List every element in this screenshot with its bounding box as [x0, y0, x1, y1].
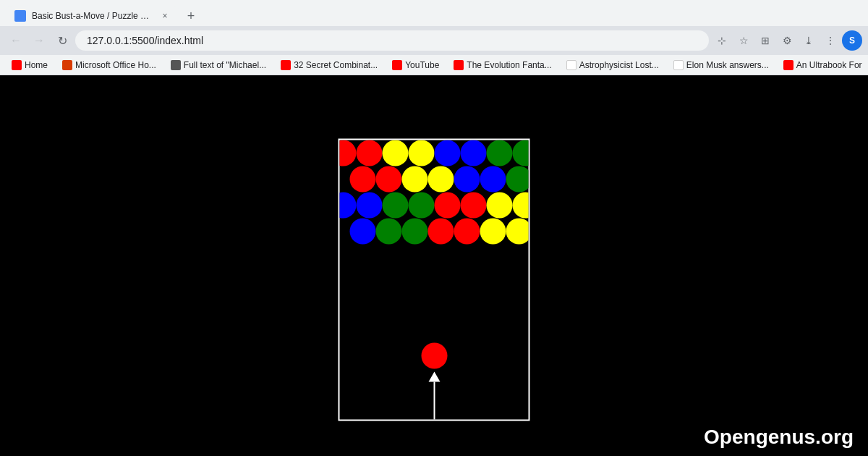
bookmark-favicon: [454, 60, 464, 70]
new-tab-button[interactable]: +: [181, 6, 201, 26]
bookmark-favicon: [12, 60, 22, 70]
bubble: [434, 193, 460, 219]
bubble: [454, 166, 480, 193]
watermark: Opengenus.org: [704, 426, 854, 449]
bubble: [486, 140, 512, 166]
bubble: [460, 140, 486, 166]
bubble: [434, 140, 460, 166]
address-bar: ← → ↻ ⊹ ☆ ⊞ ⚙ ⤓ ⋮ S: [0, 26, 868, 55]
downloads-icon[interactable]: ⤓: [799, 30, 819, 51]
bookmark-label: YouTube: [405, 60, 439, 70]
bookmark-label: The Evolution Fanta...: [467, 60, 551, 70]
bookmark-favicon: [783, 60, 793, 70]
bubble: [339, 140, 357, 166]
bubble: [506, 166, 530, 193]
bookmark-ultrabook[interactable]: An Ultrabook For: [778, 59, 868, 72]
bookmark-elon[interactable]: Elon Musk answers...: [668, 59, 775, 72]
tab-close-button[interactable]: ×: [159, 10, 171, 22]
bubble: [375, 166, 401, 193]
bubble-row-4: [353, 219, 529, 245]
back-button[interactable]: ←: [6, 30, 26, 51]
bubble: [460, 193, 486, 219]
bubble: [382, 140, 408, 166]
bookmark-astrophysicist[interactable]: Astrophysicist Lost...: [561, 59, 665, 72]
bubble: [349, 166, 375, 193]
arrow-shaft: [433, 382, 435, 421]
browser-chrome: Basic Bust-a-Move / Puzzle Bobb... × + ←…: [0, 0, 868, 75]
arrow-head: [428, 372, 440, 382]
bookmark-favicon: [566, 60, 576, 70]
bubble: [512, 193, 530, 219]
toolbar-actions: ⊹ ☆ ⊞ ⚙ ⤓ ⋮ S: [712, 30, 862, 51]
reload-button[interactable]: ↻: [52, 30, 72, 51]
bubble-row-1: [340, 140, 529, 166]
bubble: [408, 193, 434, 219]
bookmark-microsoft[interactable]: Microsoft Office Ho...: [56, 59, 162, 72]
bubble: [401, 166, 427, 193]
bookmark-label: Astrophysicist Lost...: [579, 60, 659, 70]
bubble-row-2: [353, 166, 529, 193]
tab-grid-icon[interactable]: ⊞: [755, 30, 775, 51]
extensions-icon[interactable]: ⚙: [777, 30, 797, 51]
bubble: [408, 140, 434, 166]
tab-favicon: [14, 10, 26, 22]
arrow-container: [428, 372, 440, 421]
bookmark-label: 32 Secret Combinat...: [294, 60, 378, 70]
bookmark-home[interactable]: Home: [6, 59, 54, 72]
tab-title: Basic Bust-a-Move / Puzzle Bobb...: [32, 11, 153, 21]
bookmark-32secret[interactable]: 32 Secret Combinat...: [275, 59, 383, 72]
tab-bar: Basic Bust-a-Move / Puzzle Bobb... × +: [0, 0, 868, 26]
bookmark-favicon: [673, 60, 684, 70]
bookmark-evolution[interactable]: The Evolution Fanta...: [448, 59, 557, 72]
bubble: [382, 193, 408, 219]
bubble: [356, 193, 382, 219]
bubble: [454, 219, 480, 245]
bubble: [427, 166, 454, 193]
bookmark-favicon: [62, 60, 72, 70]
bubble: [375, 219, 401, 245]
bookmark-favicon: [392, 60, 402, 70]
bubble: [480, 166, 506, 193]
bubble-row-3: [340, 193, 529, 219]
shooter-bubble: [421, 343, 447, 369]
bookmark-label: An Ultrabook For: [796, 60, 862, 70]
bubble: [486, 193, 512, 219]
bubble: [349, 219, 375, 245]
game-area: [339, 139, 530, 421]
bookmark-favicon: [171, 60, 181, 70]
bookmark-youtube[interactable]: YouTube: [386, 59, 445, 72]
bookmarks-bar: Home Microsoft Office Ho... Full text of…: [0, 55, 868, 75]
bookmark-label: Full text of "Michael...: [184, 60, 266, 70]
profile-button[interactable]: S: [842, 30, 862, 51]
bookmark-fulltext[interactable]: Full text of "Michael...: [165, 59, 272, 72]
bubble: [339, 193, 357, 219]
bookmark-star-icon[interactable]: ☆: [733, 30, 754, 51]
url-input[interactable]: [75, 30, 709, 51]
forward-button[interactable]: →: [29, 30, 49, 51]
bookmark-label: Home: [25, 60, 48, 70]
bubble: [480, 219, 506, 245]
more-icon[interactable]: ⋮: [820, 30, 841, 51]
bookmark-label: Microsoft Office Ho...: [75, 60, 156, 70]
bookmark-label: Elon Musk answers...: [686, 60, 769, 70]
bubble: [356, 140, 382, 166]
bubble: [506, 219, 530, 245]
cast-icon[interactable]: ⊹: [712, 30, 732, 51]
bubble: [512, 140, 530, 166]
bubble: [401, 219, 427, 245]
bubble: [427, 219, 454, 245]
active-tab[interactable]: Basic Bust-a-Move / Puzzle Bobb... ×: [6, 6, 179, 26]
bubbles-container: [340, 140, 529, 245]
page-content: Opengenus.org: [0, 75, 868, 456]
bookmark-favicon: [281, 60, 291, 70]
